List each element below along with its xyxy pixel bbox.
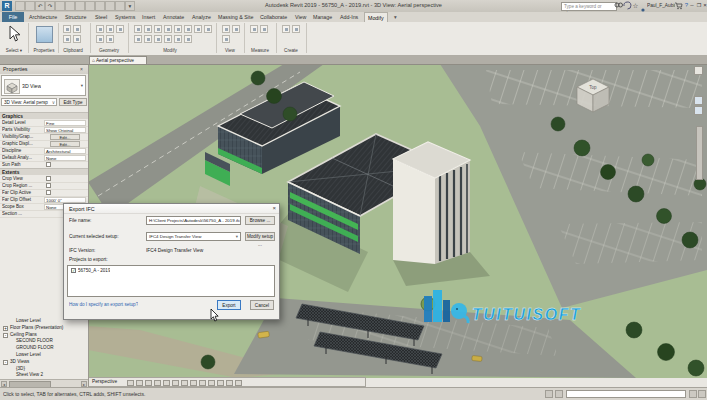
paint-icon[interactable] <box>96 35 104 43</box>
copy-modify-icon[interactable] <box>174 25 182 33</box>
save-icon[interactable] <box>25 1 35 11</box>
print-icon[interactable] <box>55 1 65 11</box>
file-name-input[interactable]: H:\Client Projects\Autodesk\56750_A - 20… <box>146 216 241 225</box>
array-icon[interactable] <box>204 25 212 33</box>
match-type-icon[interactable] <box>73 35 81 43</box>
displace-elements-icon[interactable] <box>235 380 242 387</box>
tree-item-floor-plans[interactable]: + Floor Plans (Presentation) <box>0 325 88 332</box>
steering-wheel-icon[interactable] <box>694 96 703 105</box>
tree-item[interactable]: GROUND FLOOR <box>0 345 104 352</box>
default-3d-view-icon[interactable] <box>105 1 115 11</box>
tab-analyze[interactable]: Analyze <box>189 12 214 22</box>
prop-value[interactable]: Fine <box>44 120 86 126</box>
nav-maximize-icon[interactable] <box>694 66 703 75</box>
infocenter-search-input[interactable]: Type a keyword or phrase <box>561 2 617 11</box>
type-selector[interactable]: 3D View ▾ <box>1 75 86 96</box>
scroll-left-icon[interactable]: ◂ <box>1 381 7 387</box>
cut-icon[interactable] <box>63 35 71 43</box>
tab-addins[interactable]: Add-Ins <box>337 12 361 22</box>
tile-views-icon[interactable] <box>222 35 230 43</box>
crop-region-checkbox[interactable] <box>46 183 51 188</box>
prop-value[interactable]: 1000' 0" <box>44 197 86 203</box>
join-icon[interactable] <box>116 25 124 33</box>
group-label-geometry[interactable]: Geometry <box>92 48 126 53</box>
reveal-hidden-icon[interactable] <box>208 380 215 387</box>
tree-item[interactable]: {3D} <box>0 366 104 373</box>
scale-icon[interactable] <box>144 35 152 43</box>
worksets-icon[interactable] <box>545 390 553 398</box>
filter-icon[interactable] <box>689 390 697 398</box>
tab-annotate[interactable]: Annotate <box>160 12 187 22</box>
tree-item[interactable]: Lower Level <box>0 352 104 359</box>
unpin-icon[interactable] <box>164 35 172 43</box>
collapse-icon[interactable]: - <box>3 333 8 338</box>
group-label-properties[interactable]: Properties <box>29 48 59 53</box>
tab-architecture[interactable]: Architecture <box>26 12 60 22</box>
modify-setup-button[interactable]: Modify setup ... <box>245 232 275 241</box>
align-icon[interactable] <box>134 25 142 33</box>
setup-combo[interactable]: IFC4 Design Transfer View ▾ <box>146 232 241 241</box>
properties-button-icon[interactable] <box>36 26 53 43</box>
mirror-icon[interactable] <box>154 25 162 33</box>
sun-path-checkbox[interactable] <box>46 162 51 167</box>
section-icon[interactable] <box>115 1 125 11</box>
cut-geometry-icon[interactable] <box>106 25 114 33</box>
visual-style-icon[interactable] <box>136 380 143 387</box>
split-icon[interactable] <box>134 35 142 43</box>
cancel-button[interactable]: Cancel <box>250 300 274 310</box>
measure-tool-icon[interactable] <box>250 25 258 33</box>
detail-level-icon[interactable] <box>127 380 134 387</box>
copy-icon[interactable] <box>73 25 81 33</box>
zoom-icon[interactable] <box>694 106 703 115</box>
prop-value[interactable]: Show Original <box>44 127 86 133</box>
tag-icon[interactable] <box>85 1 95 11</box>
text-icon[interactable] <box>95 1 105 11</box>
tree-item[interactable]: SECOND FLOOR <box>0 338 104 345</box>
tab-massing-site[interactable]: Massing & Site <box>215 12 256 22</box>
prop-value[interactable]: Architectural <box>44 148 86 154</box>
properties-header[interactable]: Properties <box>0 64 88 74</box>
tree-item-3d-views[interactable]: - 3D Views <box>0 359 88 366</box>
setup-combo-dropdown-icon[interactable]: ▾ <box>236 233 238 241</box>
crop-view-checkbox[interactable] <box>46 176 51 181</box>
nav-scrollbar[interactable] <box>696 126 703 180</box>
tab-manage[interactable]: Manage <box>310 12 335 22</box>
group-label-create[interactable]: Create <box>276 48 306 53</box>
favorites-star-icon[interactable]: ☆ <box>631 1 640 10</box>
tab-insert[interactable]: Insert <box>139 12 158 22</box>
expand-icon[interactable]: + <box>3 326 8 331</box>
open-file-icon[interactable] <box>15 1 25 11</box>
split-face-icon[interactable] <box>106 35 114 43</box>
tab-systems[interactable]: Systems <box>112 12 138 22</box>
hide-window-icon[interactable] <box>232 25 240 33</box>
tab-view[interactable]: View <box>292 12 309 22</box>
create-group-icon[interactable] <box>282 25 290 33</box>
move-icon[interactable] <box>164 25 172 33</box>
edit-type-button[interactable]: Edit Type <box>59 98 87 106</box>
project-item-label[interactable]: 56750_A - 2019 <box>78 268 110 273</box>
tree-item-ceiling-plans[interactable]: - Ceiling Plans <box>0 332 88 339</box>
modify-select-arrow-icon[interactable] <box>8 25 21 47</box>
temporary-hide-icon[interactable] <box>199 380 206 387</box>
graphics-section-header[interactable]: Graphics <box>0 112 88 119</box>
trim-icon[interactable] <box>194 25 202 33</box>
view-properties-icon[interactable] <box>226 380 233 387</box>
render-icon[interactable] <box>163 380 170 387</box>
dimension-icon[interactable] <box>260 25 268 33</box>
perspective-scale-label[interactable]: Perspective <box>92 379 117 384</box>
aligned-dimension-icon[interactable] <box>75 1 85 11</box>
search-binoculars-icon[interactable] <box>614 1 623 10</box>
group-label-view[interactable]: View <box>216 48 244 53</box>
edit-graphic-display-button[interactable]: Edit... <box>50 141 80 147</box>
crop-view-icon[interactable] <box>172 380 179 387</box>
viewcube-top-face[interactable]: Top <box>589 85 597 90</box>
view-tab-aerial-perspective[interactable]: ⌂Aerial perspective <box>89 56 147 65</box>
dialog-close-icon[interactable]: × <box>272 205 276 211</box>
tab-collaborate[interactable]: Collaborate <box>257 12 290 22</box>
viewcube[interactable]: Top <box>570 74 616 116</box>
qat-dropdown-icon[interactable]: ▾ <box>125 1 135 11</box>
group-label-select[interactable]: Select ▾ <box>0 48 28 53</box>
scroll-right-icon[interactable]: ▸ <box>81 381 87 387</box>
rotate-icon[interactable] <box>184 25 192 33</box>
lock-view-icon[interactable] <box>190 380 197 387</box>
